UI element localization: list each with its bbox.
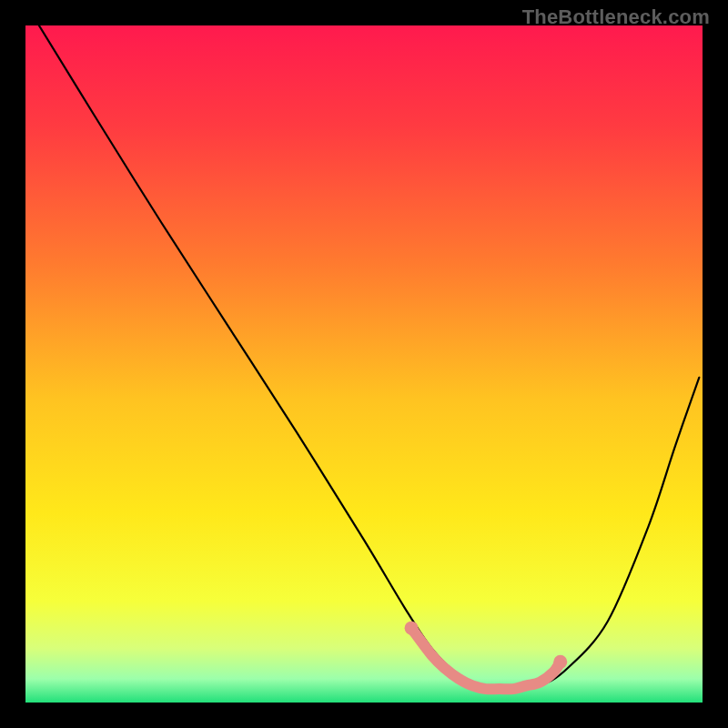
optimal-range-highlight [411,628,561,689]
chart-frame: TheBottleneck.com [0,0,728,728]
plot-area [25,25,703,703]
curve-layer [25,25,703,703]
highlight-dot [553,655,567,669]
bottleneck-curve [39,25,699,690]
highlight-dot [405,622,419,635]
